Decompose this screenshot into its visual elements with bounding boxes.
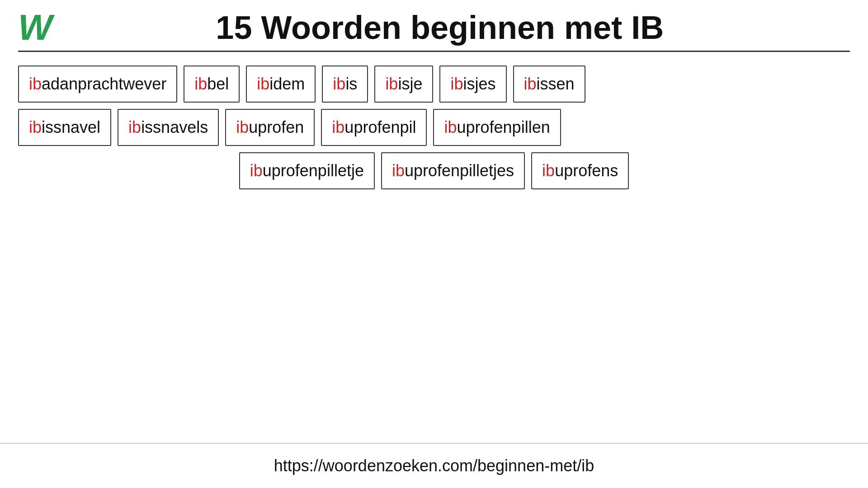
word-box[interactable]: ibissnavel [18,109,111,146]
word-prefix: ib [524,75,537,94]
word-box[interactable]: ibisje [374,66,433,103]
word-box[interactable]: ibissen [513,66,585,103]
word-suffix: uprofenpilletjes [405,161,514,180]
word-prefix: ib [392,161,405,180]
word-prefix: ib [542,161,555,180]
word-box[interactable]: ibuprofen [225,109,315,146]
word-suffix: uprofenpil [344,118,416,137]
word-suffix: uprofenpilletje [263,161,364,180]
word-box[interactable]: ibuprofens [531,152,629,189]
word-box[interactable]: ibadanprachtwever [18,66,177,103]
footer-url: https://woordenzoeken.com/beginnen-met/i… [18,456,850,475]
word-suffix: issnavel [42,118,100,137]
page-footer: https://woordenzoeken.com/beginnen-met/i… [0,443,868,488]
word-prefix: ib [194,75,207,94]
word-suffix: isje [398,75,422,94]
word-box[interactable]: ibuprofenpil [321,109,427,146]
word-prefix: ib [450,75,463,94]
words-container: ibadanprachtweveribbelibidemibisibisjeib… [0,52,868,443]
word-suffix: issen [537,75,575,94]
page-title: 15 Woorden beginnen met IB [66,9,850,46]
word-box[interactable]: ibuprofenpilletje [239,152,375,189]
word-suffix: is [345,75,357,94]
words-row-2: ibissnavelibissnavelsibuprofenibuprofenp… [18,109,850,146]
word-prefix: ib [444,118,457,137]
word-suffix: bel [207,75,229,94]
word-box[interactable]: ibisjes [439,66,506,103]
word-prefix: ib [250,161,263,180]
word-box[interactable]: ibidem [246,66,316,103]
word-suffix: uprofenpillen [457,118,550,137]
word-prefix: ib [257,75,269,94]
site-logo: W [18,9,52,46]
word-suffix: uprofen [249,118,304,137]
word-prefix: ib [236,118,249,137]
word-suffix: idem [269,75,305,94]
words-row-1: ibadanprachtweveribbelibidemibisibisjeib… [18,66,850,103]
word-prefix: ib [333,75,345,94]
word-prefix: ib [128,118,141,137]
word-prefix: ib [332,118,344,137]
word-box[interactable]: ibuprofenpilletjes [381,152,525,189]
word-suffix: adanprachtwever [42,75,166,94]
word-box[interactable]: ibis [322,66,368,103]
word-box[interactable]: ibissnavels [118,109,219,146]
word-suffix: uprofens [555,161,618,180]
word-suffix: issnavels [141,118,208,137]
word-box[interactable]: ibbel [184,66,240,103]
word-suffix: isjes [463,75,495,94]
word-box[interactable]: ibuprofenpillen [433,109,561,146]
word-prefix: ib [29,118,42,137]
words-row-3: ibuprofenpilletjeibuprofenpilletjesibupr… [18,152,850,189]
page-header: W 15 Woorden beginnen met IB [0,0,868,51]
word-prefix: ib [29,75,42,94]
word-prefix: ib [385,75,398,94]
